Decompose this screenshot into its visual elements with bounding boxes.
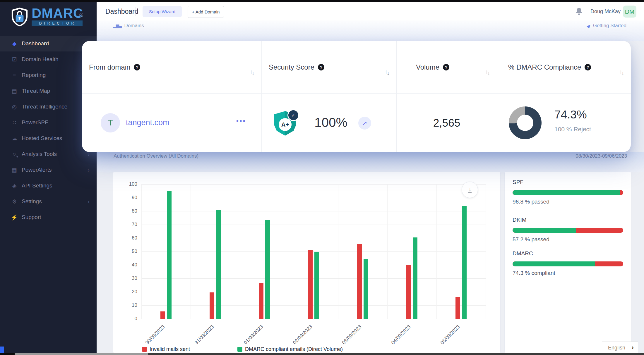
legend-swatch-red xyxy=(142,347,147,352)
bar-invalid-mails xyxy=(357,244,362,319)
y-axis-tick: 80 xyxy=(124,208,137,214)
add-domain-button[interactable]: + Add Domain xyxy=(188,6,224,18)
language-label: English xyxy=(608,345,625,351)
gridline xyxy=(141,198,486,198)
compliance-percent: 74.3% xyxy=(554,108,587,121)
gridline xyxy=(486,184,486,319)
gridline xyxy=(141,184,486,185)
dmarc-label: DMARC xyxy=(513,250,533,257)
target-icon: ◎ xyxy=(11,104,18,110)
gridline xyxy=(436,184,437,319)
bar-chart-icon: ▂▆▃ xyxy=(113,23,121,28)
scrollbar-thumb[interactable] xyxy=(15,353,148,355)
y-axis-tick: 70 xyxy=(124,222,137,228)
getting-started-link[interactable]: ▶ Getting Started xyxy=(587,23,626,29)
y-axis-tick: 30 xyxy=(124,275,137,281)
domain-link[interactable]: tangent.com xyxy=(126,118,169,127)
download-icon: ↓ xyxy=(468,186,472,193)
help-icon[interactable]: ? xyxy=(585,64,591,70)
check-badge-icon: ✓ xyxy=(287,109,299,121)
logo-shield-icon xyxy=(11,7,29,28)
sort-icons[interactable]: ↑↓ xyxy=(250,69,254,75)
gridline xyxy=(141,292,486,292)
user-name[interactable]: Doug McKay xyxy=(587,2,621,20)
y-axis-tick: 50 xyxy=(124,249,137,254)
help-icon[interactable]: ? xyxy=(443,64,449,70)
bar-invalid-mails xyxy=(210,292,214,319)
table-row-compliance-cell: 74.3% 100 % Reject xyxy=(497,94,631,152)
column-header-security-score[interactable]: Security Score ? ↑↓ xyxy=(261,41,396,94)
column-header-volume[interactable]: Volume ? ↑↓ xyxy=(396,41,497,94)
dmarc-caption: 74.3 % compliant xyxy=(513,270,555,276)
gridline xyxy=(141,238,486,238)
horizontal-scrollbar xyxy=(0,353,644,355)
bottom-left-accent xyxy=(0,347,4,353)
setup-wizard-button[interactable]: Setup Wizard xyxy=(143,6,182,17)
chart-download-button[interactable]: ↓ xyxy=(462,182,478,198)
chevron-right-icon: › xyxy=(632,344,634,351)
notification-bell-icon[interactable] xyxy=(574,7,584,16)
chart-plot: 010203040506070809010030/08/202331/08/20… xyxy=(141,184,486,319)
dkim-caption: 57.2 % passed xyxy=(513,236,549,243)
volume-value: 2,565 xyxy=(397,117,497,129)
help-icon[interactable]: ? xyxy=(318,64,324,70)
column-header-dmarc-compliance[interactable]: % DMARC Compliance ? ↑↓ xyxy=(497,41,631,94)
sort-icons[interactable]: ↑↓ xyxy=(485,69,489,75)
row-menu-dots[interactable]: ••• xyxy=(236,117,246,125)
auth-summary-panel: SPF 96.8 % passed DKIM 57.2 % passed DMA… xyxy=(504,172,631,353)
sidebar-item-api-settings[interactable]: ◈ API Settings xyxy=(0,178,97,194)
sort-icons[interactable]: ↑↓ xyxy=(619,69,623,75)
bar-dmarc-compliant xyxy=(413,237,417,319)
gear-icon: ⚙ xyxy=(11,198,18,205)
spf-caption: 96.8 % passed xyxy=(513,199,549,205)
topbar: Dashboard Setup Wizard + Add Domain Doug… xyxy=(97,2,644,20)
sidebar-collapse-icon[interactable]: « xyxy=(78,9,83,19)
auth-overview-strip: Authentication Overview (All Domains) 08… xyxy=(97,152,644,172)
score-grade: A+ xyxy=(279,118,292,131)
domains-section-strip: ▂▆▃ Domains ▶ Getting Started xyxy=(97,20,644,41)
y-axis-tick: 10 xyxy=(124,302,137,308)
help-icon[interactable]: ? xyxy=(134,64,140,70)
layers-icon: ◆ xyxy=(11,40,18,47)
sort-icons[interactable]: ↑↓ xyxy=(385,69,389,75)
bar-dmarc-compliant xyxy=(216,210,221,319)
chevron-right-icon: › xyxy=(88,198,90,205)
sidebar-item-support[interactable]: ⚡ Support xyxy=(0,209,97,225)
bar-invalid-mails xyxy=(160,311,165,319)
chart-legend: Invalid mails sent DMARC compliant email… xyxy=(113,346,500,353)
brand-name: DMARC xyxy=(32,6,83,20)
brand-subtitle: DIRECTOR xyxy=(32,20,83,26)
gridline xyxy=(191,184,191,319)
score-trend-button[interactable]: ↗ xyxy=(358,117,371,130)
gridline xyxy=(289,184,289,319)
spf-progress-bar xyxy=(513,190,623,195)
report-lines-icon: ≡ xyxy=(11,72,18,78)
gridline xyxy=(338,184,338,319)
bolt-icon: ⚡ xyxy=(11,214,18,221)
auth-overview-title: Authentication Overview (All Domains) xyxy=(114,153,198,159)
y-axis-tick: 0 xyxy=(124,316,137,322)
auth-overview-date-range: 08/30/2023-09/06/2023 xyxy=(576,153,627,159)
gridline xyxy=(141,251,486,252)
y-axis-tick: 20 xyxy=(124,289,137,295)
auth-overview-chart-card: 010203040506070809010030/08/202331/08/20… xyxy=(113,172,501,353)
sidebar-item-settings[interactable]: ⚙ Settings › xyxy=(0,194,97,209)
window-top-strip xyxy=(0,0,644,2)
column-header-from-domain[interactable]: From domain ? ↑↓ xyxy=(82,41,261,94)
bar-dmarc-compliant xyxy=(364,259,368,319)
bar-dmarc-compliant xyxy=(265,220,270,319)
bar-invalid-mails xyxy=(406,265,411,319)
security-score-shield-icon: A+ ✓ xyxy=(274,111,298,137)
sidebar-item-poweralerts[interactable]: ▦ PowerAlerts › xyxy=(0,162,97,178)
shield-check-icon: ☑ xyxy=(11,56,18,63)
security-score-value: 100% xyxy=(314,115,347,130)
legend-invalid-mails[interactable]: Invalid mails sent xyxy=(142,346,190,352)
language-selector[interactable]: English › xyxy=(602,342,638,354)
strip-divider xyxy=(104,164,636,164)
gridline xyxy=(141,265,486,265)
avatar[interactable]: DM xyxy=(623,6,636,18)
bar-invalid-mails xyxy=(455,297,460,319)
legend-dmarc-compliant[interactable]: DMARC compliant emails (Direct Volume) xyxy=(237,346,343,352)
bar-invalid-mails xyxy=(308,250,313,319)
y-axis-tick: 100 xyxy=(124,181,137,187)
